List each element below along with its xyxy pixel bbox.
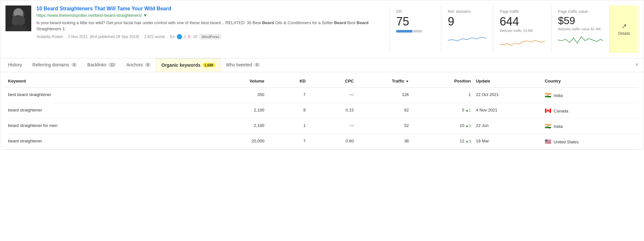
article-thumbnail (5, 5, 31, 31)
dropdown-icon[interactable]: ▼ (143, 13, 147, 18)
table-row: beard straightener 20,000 7 0.60 38 12 ▲… (5, 134, 639, 149)
header-country[interactable]: Country (542, 75, 639, 88)
cell-cpc: — (308, 118, 357, 134)
article-info: 10 Beard Straighteners That Will Tame Yo… (36, 5, 384, 53)
cell-keyword: beard straightener (5, 134, 212, 149)
tabs-row: History Referring domains 9 Backlinks 12… (0, 58, 644, 72)
cell-keyword: beard straightener for men (5, 118, 212, 134)
cell-position: 10 ▲3 (411, 118, 473, 134)
dr-bar (396, 30, 435, 33)
page-traffic-value-label: Page traffic value (558, 9, 603, 14)
cell-country: 🇨🇦 Canada (542, 103, 639, 118)
table-row: beard straightener for men 2,100 1 — 52 … (5, 118, 639, 134)
article-author: Arabella Roden (36, 34, 63, 39)
page-traffic-value-sub: Website traffic value $1.4M (558, 27, 603, 31)
table-header: Keyword Volume KD CPC Traffic ▼ (5, 75, 639, 88)
organic-keywords-count: 1,688 (202, 63, 215, 67)
cell-kd: 7 (267, 87, 308, 103)
close-button[interactable]: × (632, 59, 641, 71)
anchors-count: 9 (145, 63, 151, 67)
article-first-published: (first published 28 Sep 2019) (90, 34, 139, 39)
details-label: Details (618, 31, 630, 36)
ref-domains-panel: Ref. domains 9 (441, 5, 493, 53)
cell-position: 1 (411, 87, 473, 103)
country-name: Canada (554, 109, 569, 113)
details-panel[interactable]: ↗ Details (610, 5, 639, 53)
article-title[interactable]: 10 Beard Straighteners That Will Tame Yo… (36, 6, 171, 11)
header-position[interactable]: Position (411, 75, 473, 88)
page-traffic-value: 644 (500, 15, 545, 28)
page-traffic-sub: Website traffic 10.8M (500, 29, 545, 33)
cell-traffic: 52 (356, 118, 411, 134)
referring-domains-count: 9 (71, 63, 77, 67)
position-change: ▲3 (464, 124, 471, 128)
dr-panel: DR 75 (389, 5, 441, 53)
article-words: 2,822 words (144, 34, 165, 39)
article-section: 10 Beard Straighteners That Will Tame Yo… (0, 0, 644, 58)
keywords-table: Keyword Volume KD CPC Traffic ▼ (5, 75, 639, 149)
tab-organic-keywords[interactable]: Organic keywords 1,688 (156, 58, 221, 72)
svg-rect-4 (12, 18, 25, 24)
cell-position: 5 ▲1 (411, 103, 473, 118)
article-meta: Arabella Roden · 2 Nov 2021 (first publi… (36, 34, 384, 40)
cell-kd: 7 (267, 134, 308, 149)
cell-country: 🇮🇳 India (542, 87, 639, 103)
page-traffic-sparkline (500, 35, 545, 49)
cell-update: 22 Jun (473, 118, 542, 134)
cell-country: 🇮🇳 India (542, 118, 639, 134)
country-name: India (554, 93, 563, 98)
backlinks-count: 12 (108, 63, 116, 67)
platform-badge: WordPress (199, 34, 221, 39)
cell-cpc: — (308, 87, 357, 103)
ref-domains-label: Ref. domains (448, 9, 486, 14)
header-traffic[interactable]: Traffic ▼ (356, 75, 411, 88)
cell-update: 22 Oct 2021 (473, 87, 542, 103)
tab-referring-domains[interactable]: Referring domains 9 (27, 58, 82, 72)
page-traffic-panel: Page traffic 644 Website traffic 10.8M (493, 5, 551, 53)
country-name: United States (554, 140, 579, 144)
header-volume[interactable]: Volume (212, 75, 267, 88)
header-update[interactable]: Update (473, 75, 542, 88)
cell-country: 🇺🇸 United States (542, 134, 639, 149)
article-lang: En (170, 34, 175, 39)
cell-traffic: 38 (356, 134, 411, 149)
cell-volume: 2,100 (212, 118, 267, 134)
twitter-count: 1 (184, 34, 186, 39)
stats-row: DR 75 Ref. domains 9 Page traff (389, 5, 639, 53)
dr-label: DR (396, 9, 435, 14)
table-row: best beard straightener 350 7 — 126 1 22… (5, 87, 639, 103)
position-change: ▲3 (464, 139, 471, 143)
tab-who-tweeted[interactable]: Who tweeted 0 (221, 58, 265, 72)
tab-backlinks[interactable]: Backlinks 12 (82, 58, 121, 72)
pinterest-count: 15 (193, 34, 197, 39)
table-section: Keyword Volume KD CPC Traffic ▼ (0, 75, 644, 149)
country-flag: 🇨🇦 (545, 108, 551, 113)
header-cpc[interactable]: CPC (308, 75, 357, 88)
cell-kd: 1 (267, 118, 308, 134)
page-traffic-value-amount: $59 (558, 15, 603, 26)
traffic-sort-icon: ▼ (406, 80, 409, 83)
country-flag: 🇮🇳 (545, 92, 551, 98)
cell-keyword: best beard straightener (5, 87, 212, 103)
cell-volume: 20,000 (212, 134, 267, 149)
who-tweeted-count: 0 (254, 63, 260, 67)
cell-update: 19 Mar (473, 134, 542, 149)
article-date: 2 Nov 2021 (68, 34, 88, 39)
pinterest-icon[interactable]: 𝙿 (188, 34, 191, 40)
ref-domains-sparkline (448, 31, 486, 44)
tab-history[interactable]: History (3, 58, 27, 72)
cell-traffic: 62 (356, 103, 411, 118)
dr-value: 75 (396, 15, 435, 28)
page-traffic-value-sparkline (558, 34, 603, 47)
header-kd[interactable]: KD (267, 75, 308, 88)
page-traffic-value-panel: Page traffic value $59 Website traffic v… (551, 5, 610, 53)
tab-anchors[interactable]: Anchors 9 (121, 58, 156, 72)
cell-traffic: 126 (356, 87, 411, 103)
table-row: beard straightener 2,100 8 0.15 62 5 ▲1 … (5, 103, 639, 118)
page-traffic-label: Page traffic (500, 9, 545, 14)
cell-cpc: 0.15 (308, 103, 357, 118)
twitter-icon[interactable]: 🐦 (177, 34, 182, 39)
main-card: 10 Beard Straighteners That Will Tame Yo… (0, 0, 644, 150)
article-description: Is your beard looking a little too wild?… (36, 20, 384, 32)
country-flag: 🇮🇳 (545, 123, 551, 129)
